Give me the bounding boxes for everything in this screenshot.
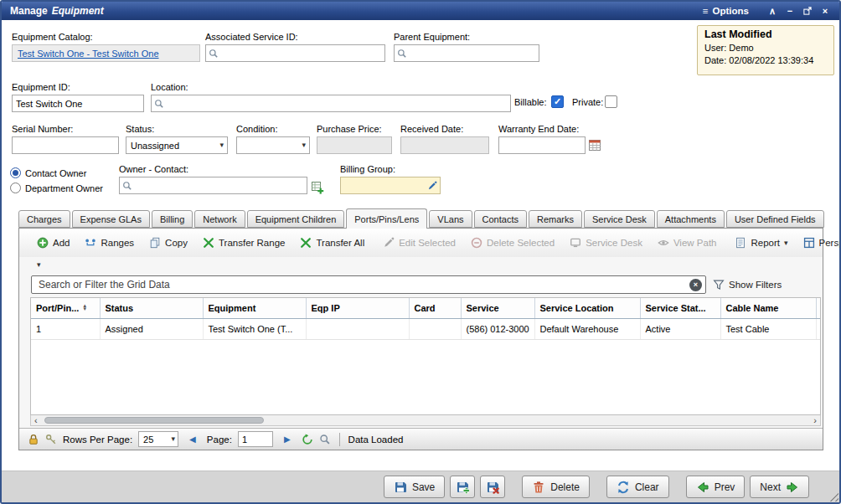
column-header-eqp-ip[interactable]: Eqp IP [306, 298, 409, 319]
transfer-all-button[interactable]: Transfer All [292, 233, 372, 253]
equipment-catalog-link[interactable]: Test Switch One - Test Switch One [18, 49, 159, 59]
collapse-button[interactable]: ∧ [765, 4, 780, 18]
check-icon: ✓ [554, 97, 561, 106]
clear-search-button[interactable]: × [689, 279, 702, 291]
save-button[interactable]: Save [384, 476, 445, 498]
condition-select[interactable]: ▾ [236, 136, 310, 154]
column-header-service[interactable]: Service [461, 298, 534, 319]
bottom-spacer [2, 450, 839, 471]
previous-page-button[interactable]: ◀ [184, 435, 201, 444]
search-icon [122, 181, 132, 191]
copy-button[interactable]: Copy [142, 233, 195, 253]
delete-selected-button: Delete Selected [463, 233, 562, 253]
warranty-end-date-label: Warranty End Date: [498, 124, 579, 134]
tab-ports-pins-lens[interactable]: Ports/Pins/Lens [346, 208, 427, 229]
minimize-button[interactable]: − [782, 4, 797, 18]
tab-remarks[interactable]: Remarks [529, 210, 582, 228]
transfer-range-button[interactable]: Transfer Range [195, 233, 292, 253]
column-header-equipment[interactable]: Equipment [203, 298, 306, 319]
column-header-service-status[interactable]: Service Stat... [640, 298, 720, 319]
copy-icon [149, 237, 161, 249]
lock-icon[interactable] [28, 434, 39, 445]
status-label: Status: [126, 124, 154, 134]
popout-button[interactable] [800, 4, 815, 18]
ranges-button[interactable]: Ranges [77, 233, 142, 253]
column-header-card[interactable]: Card [409, 298, 461, 319]
report-button[interactable]: Report ▾ [727, 233, 795, 253]
prev-button[interactable]: Prev [686, 476, 746, 498]
column-header-p[interactable]: P... [816, 298, 821, 319]
sort-icon[interactable]: ▲ ▼ [82, 305, 87, 311]
equipment-catalog-label: Equipment Catalog: [12, 32, 93, 42]
column-header-status[interactable]: Status [100, 298, 203, 319]
private-checkbox[interactable]: ✓ [605, 95, 617, 108]
parent-equipment-field [394, 44, 539, 62]
arrow-left-icon [696, 481, 709, 494]
equipment-id-input[interactable] [12, 95, 144, 112]
add-button[interactable]: Add [29, 233, 77, 253]
toolbar-overflow-button[interactable]: ▾ [33, 260, 45, 270]
edit-billing-group-button[interactable] [427, 181, 437, 191]
warranty-end-date-input[interactable] [498, 136, 586, 154]
scrollbar-thumb[interactable] [44, 417, 264, 424]
scroll-right-arrow[interactable]: › [813, 416, 817, 425]
next-page-button[interactable]: ▶ [279, 435, 296, 444]
ports-grid: Port/Pin... ▲ ▼ Status Equipment Eqp IP … [30, 297, 821, 415]
resize-grip[interactable] [826, 489, 838, 501]
tab-user-defined-fields[interactable]: User Defined Fields [726, 210, 824, 228]
window-title-entity: Equipment [52, 5, 104, 17]
edit-selected-label: Edit Selected [399, 238, 456, 248]
column-header-cable-name[interactable]: Cable Name [720, 298, 816, 319]
contact-owner-radio[interactable] [10, 167, 21, 178]
close-button[interactable]: × [818, 4, 833, 18]
tab-charges[interactable]: Charges [18, 210, 70, 228]
tab-expense-glas[interactable]: Expense GLAs [72, 210, 150, 228]
grid-row[interactable]: 1 Assigned Test Switch One (T... (586) 0… [31, 319, 821, 340]
parent-equipment-input[interactable] [410, 48, 536, 59]
calendar-button[interactable] [588, 138, 601, 152]
cell-cable-name: Test Cable [720, 319, 816, 340]
tab-vlans[interactable]: VLans [429, 210, 472, 228]
serial-number-input[interactable] [12, 136, 119, 154]
add-label: Add [53, 238, 70, 248]
tab-contacts[interactable]: Contacts [474, 210, 527, 228]
last-modified-date: Date: 02/08/2022 13:39:34 [704, 55, 827, 65]
parent-equipment-label: Parent Equipment: [394, 32, 470, 42]
column-header-port-pin[interactable]: Port/Pin... ▲ ▼ [31, 298, 100, 319]
tab-attachments[interactable]: Attachments [657, 210, 725, 228]
status-select[interactable]: Unassigned ▾ [126, 136, 228, 154]
refresh-icon[interactable] [302, 434, 313, 445]
horizontal-scrollbar[interactable]: ‹ › [30, 415, 821, 426]
add-contact-button[interactable] [311, 181, 324, 194]
associated-service-input[interactable] [221, 48, 382, 59]
column-header-service-location[interactable]: Service Location [534, 298, 640, 319]
grid-search-input[interactable] [37, 278, 686, 291]
billable-checkbox[interactable]: ✓ [551, 95, 564, 108]
tab-billing[interactable]: Billing [152, 210, 193, 228]
manage-equipment-window: Manage Equipment ≡ Options ∧ − × Equipme… [0, 0, 841, 504]
save-plus-icon [456, 481, 469, 494]
tab-network[interactable]: Network [194, 210, 245, 228]
next-button[interactable]: Next [750, 476, 809, 498]
options-button[interactable]: ≡ Options [703, 6, 749, 16]
rows-per-page-select[interactable]: 25 ▾ [138, 431, 178, 447]
ranges-icon [85, 237, 96, 249]
clear-label: Clear [635, 481, 659, 493]
save-close-button[interactable] [480, 476, 505, 498]
perspectives-button[interactable]: Perspectives [796, 233, 841, 253]
search-icon [209, 49, 219, 59]
location-input[interactable] [167, 98, 508, 110]
scroll-left-arrow[interactable]: ‹ [34, 416, 38, 425]
clear-button[interactable]: Clear [606, 476, 669, 498]
show-filters-toggle[interactable]: Show Filters [713, 279, 782, 291]
delete-button[interactable]: Delete [522, 476, 590, 498]
owner-contact-input[interactable] [135, 180, 304, 192]
department-owner-radio[interactable] [10, 183, 21, 193]
key-icon[interactable] [45, 434, 57, 445]
filter-funnel-icon [713, 279, 725, 291]
page-number-input[interactable] [238, 431, 273, 447]
tab-service-desk[interactable]: Service Desk [584, 210, 655, 228]
tab-equipment-children[interactable]: Equipment Children [247, 210, 345, 228]
search-icon[interactable] [319, 434, 331, 445]
save-new-button[interactable] [450, 476, 475, 498]
